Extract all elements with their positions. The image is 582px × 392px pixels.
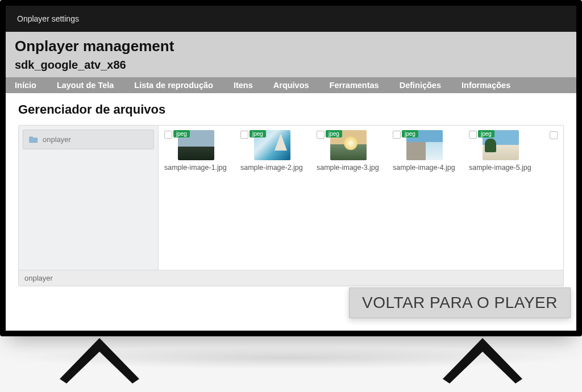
file-grid: jpeg sample-image-1.jpg jpeg samp	[159, 126, 563, 286]
nav-definicoes[interactable]: Definições	[400, 81, 441, 90]
nav-itens[interactable]: Itens	[234, 81, 253, 90]
tv-stand	[60, 338, 139, 383]
tv-stand	[443, 338, 522, 383]
folder-label: onplayer	[43, 135, 71, 144]
page-title: Onplayer management	[15, 37, 567, 55]
file-checkbox[interactable]	[240, 131, 248, 139]
folder-node-root[interactable]: onplayer	[23, 130, 154, 149]
back-to-player-button[interactable]: VOLTAR PARA O PLAYER	[349, 287, 571, 318]
file-item[interactable]: jpeg sample-image-1.jpg	[164, 130, 230, 172]
file-manager-panel: onplayer jpeg sample-image-1.jpg	[18, 125, 564, 286]
file-item[interactable]: jpeg sample-image-4.jpg	[393, 130, 459, 172]
nav-lista-de-reproducao[interactable]: Lista de reprodução	[134, 81, 213, 90]
file-checkbox[interactable]	[164, 131, 172, 139]
file-name: sample-image-1.jpg	[164, 164, 230, 172]
file-type-badge: jpeg	[402, 130, 418, 137]
main-nav: Início Layout de Tela Lista de reproduçã…	[6, 77, 576, 93]
breadcrumb: onplayer	[19, 270, 563, 286]
file-name: sample-image-2.jpg	[240, 164, 306, 172]
file-type-badge: jpeg	[478, 130, 494, 137]
file-name: sample-image-5.jpg	[469, 164, 535, 172]
file-type-badge: jpeg	[326, 130, 342, 137]
file-name: sample-image-3.jpg	[317, 164, 383, 172]
file-checkbox[interactable]	[317, 131, 325, 139]
folder-icon	[29, 136, 38, 143]
window-title: Onplayer settings	[17, 14, 79, 23]
nav-arquivos[interactable]: Arquivos	[273, 81, 309, 90]
nav-informacoes[interactable]: Informações	[462, 81, 510, 90]
file-type-badge: jpeg	[173, 130, 190, 137]
window-titlebar: Onplayer settings	[6, 6, 576, 32]
file-checkbox[interactable]	[469, 131, 477, 139]
folder-tree: onplayer	[19, 126, 159, 286]
page-header: Onplayer management sdk_google_atv_x86	[6, 32, 576, 77]
file-type-badge: jpeg	[250, 130, 266, 137]
section-title: Gerenciador de arquivos	[18, 102, 564, 117]
nav-layout-de-tela[interactable]: Layout de Tela	[57, 81, 114, 90]
device-name: sdk_google_atv_x86	[15, 59, 567, 72]
file-item[interactable]: jpeg sample-image-5.jpg	[469, 130, 535, 172]
select-all-checkbox[interactable]	[550, 131, 558, 139]
nav-ferramentas[interactable]: Ferramentas	[330, 81, 379, 90]
file-item[interactable]: jpeg sample-image-2.jpg	[240, 130, 306, 172]
file-checkbox[interactable]	[393, 131, 401, 139]
nav-inicio[interactable]: Início	[15, 81, 36, 90]
file-name: sample-image-4.jpg	[393, 164, 459, 172]
breadcrumb-path: onplayer	[24, 274, 53, 282]
file-item[interactable]: jpeg sample-image-3.jpg	[317, 130, 383, 172]
